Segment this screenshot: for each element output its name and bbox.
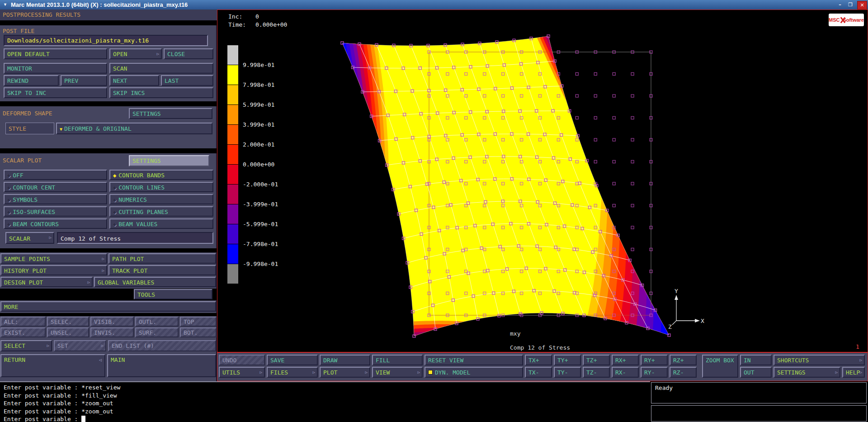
radio-off[interactable]: ◆OFF <box>4 170 107 180</box>
open-button[interactable]: OPEN <box>109 48 162 59</box>
graphics-viewport[interactable]: YXZ Inc: 0 Time: 0.000e+00 MSCSoftware 9… <box>217 9 868 352</box>
zoom-box-button[interactable]: ZOOM BOX <box>702 355 738 378</box>
rewind-button[interactable]: REWIND <box>4 75 59 86</box>
style-dropdown[interactable]: ▼DEFORMED & ORIGINAL <box>56 123 212 134</box>
path-plot-button[interactable]: PATH PLOT <box>108 253 216 264</box>
maximize-button[interactable]: ❐ <box>846 1 855 9</box>
save-button[interactable]: SAVE <box>267 355 318 365</box>
scan-button[interactable]: SCAN <box>109 63 213 74</box>
logo-software-text: Software <box>843 17 864 23</box>
window-menu-icon[interactable]: ▼ <box>3 0 7 9</box>
draw-button[interactable]: DRAW <box>320 355 370 365</box>
legend-swatch <box>227 125 238 144</box>
close-button[interactable]: ✕ <box>857 1 867 9</box>
separator <box>0 313 217 316</box>
skip-incs-button[interactable]: SKIP INCS <box>109 87 213 98</box>
motion-rx-minusplus[interactable]: RX+ <box>612 355 639 365</box>
axis-label-y: Y <box>675 288 678 294</box>
motion-tz-minusplus[interactable]: TZ+ <box>583 355 610 365</box>
motion-rz-minusplus[interactable]: RZ+ <box>670 355 697 365</box>
legend-value: -2.000e-01 <box>243 181 292 188</box>
radio-beam-values[interactable]: ◆BEAM VALUES <box>109 218 213 229</box>
radio-cutting-planes[interactable]: ◆CUTTING PLANES <box>109 206 213 217</box>
radio-beam-contours[interactable]: ◆BEAM CONTOURS <box>4 218 107 229</box>
radio-contour-bands[interactable]: ◆CONTOUR BANDS <box>109 170 213 180</box>
filter-surf: SURF. <box>135 327 179 337</box>
last-button[interactable]: LAST <box>161 75 213 86</box>
help-button[interactable]: HELP <box>842 367 865 378</box>
filter-all: ALL: <box>0 317 46 327</box>
sample-points-button[interactable]: SAMPLE POINTS <box>0 253 107 264</box>
post-file-path-field[interactable]: Downloads/sollecitazioni_piastra_mxy.t16 <box>4 35 208 46</box>
radio-contour-cent[interactable]: ◆CONTOUR CENT <box>4 182 107 192</box>
status-box-secondary <box>651 405 867 422</box>
legend-swatch <box>227 224 238 244</box>
legend-value: 7.998e-01 <box>243 81 292 88</box>
zoom-out-button[interactable]: OUT <box>740 367 772 378</box>
return-button[interactable]: RETURN <box>0 354 105 377</box>
prev-button[interactable]: PREV <box>61 75 107 86</box>
utils-button[interactable]: UTILS <box>219 367 265 378</box>
deformed-shape-settings-button[interactable]: SETTINGS <box>129 108 212 119</box>
skip-to-inc-button[interactable]: SKIP TO INC <box>4 87 107 98</box>
plot-button[interactable]: PLOT <box>320 367 370 378</box>
fill-button[interactable]: FILL <box>372 355 423 365</box>
motion-tx-minus[interactable]: TX- <box>525 367 552 378</box>
motion-rz-minus[interactable]: RZ- <box>670 367 697 378</box>
select-button[interactable]: SELECT <box>0 340 52 351</box>
title-bar[interactable]: ▼ Marc Mentat 2013.1.0 (64bit) (X) : sol… <box>0 0 868 9</box>
radio-contour-lines[interactable]: ◆CONTOUR LINES <box>109 182 213 192</box>
radio-iso-surfaces[interactable]: ◆ISO-SURFACES <box>4 206 107 217</box>
dyn-model-toggle[interactable]: DYN. MODEL <box>425 367 523 378</box>
history-plot-button[interactable]: HISTORY PLOT <box>0 265 107 275</box>
close-file-button[interactable]: CLOSE <box>164 48 213 59</box>
next-button[interactable]: NEXT <box>109 75 159 86</box>
motion-rx-minus[interactable]: RX- <box>612 367 639 378</box>
motion-ry-minusplus[interactable]: RY+ <box>641 355 668 365</box>
reset-view-button[interactable]: RESET VIEW <box>425 355 523 365</box>
style-button[interactable]: STYLE <box>5 123 54 134</box>
more-button[interactable]: MORE <box>0 301 216 312</box>
command-console[interactable]: Enter post variable : *reset_viewEnter p… <box>0 381 650 422</box>
filter-outl: OUTL. <box>135 317 179 327</box>
postprocessing-panel: POSTPROCESSING RESULTS POST FILE Downloa… <box>0 9 217 381</box>
filter-bot: BOT. <box>180 327 217 337</box>
radio-numerics[interactable]: ◆NUMERICS <box>109 194 213 204</box>
minimize-button[interactable]: – <box>835 1 844 9</box>
deformed-shape-label: DEFORMED SHAPE <box>3 110 52 117</box>
settings-button[interactable]: SETTINGS <box>774 367 840 378</box>
view-button[interactable]: VIEW <box>372 367 423 378</box>
logo-msc-text: MSC <box>829 17 840 23</box>
legend-value: -5.999e-01 <box>243 221 292 228</box>
legend-swatch <box>227 85 238 104</box>
files-button[interactable]: FILES <box>267 367 318 378</box>
motion-tz-minus[interactable]: TZ- <box>583 367 610 378</box>
scalar-value-field[interactable]: Comp 12 of Stress <box>57 232 213 244</box>
motion-ry-minus[interactable]: RY- <box>641 367 668 378</box>
motion-ty-minusplus[interactable]: TY+ <box>554 355 581 365</box>
main-button[interactable]: MAIN <box>107 354 216 377</box>
motion-tx-minusplus[interactable]: TX+ <box>525 355 552 365</box>
global-variables-button[interactable]: GLOBAL VARIABLES <box>94 277 216 287</box>
legend-swatch <box>227 185 238 204</box>
scalar-plot-settings-button[interactable]: SETTINGS <box>129 155 209 166</box>
diamond-icon: ◆ <box>113 221 116 228</box>
tools-button[interactable]: TOOLS <box>134 289 212 299</box>
legend-swatch <box>227 105 238 124</box>
motion-ty-minus[interactable]: TY- <box>554 367 581 378</box>
text-cursor <box>81 416 85 422</box>
monitor-button[interactable]: MONITOR <box>4 63 107 74</box>
design-plot-button[interactable]: DESIGN PLOT <box>0 277 93 287</box>
track-plot-button[interactable]: TRACK PLOT <box>108 265 216 275</box>
filter-visib: VISIB. <box>90 317 134 327</box>
legend-swatch <box>227 65 238 85</box>
diamond-selected-icon: ◆ <box>113 172 116 179</box>
radio-symbols[interactable]: ◆SYMBOLS <box>4 194 107 204</box>
shortcuts-button[interactable]: SHORTCUTS <box>774 355 865 365</box>
console-prompt[interactable]: Enter post variable : <box>4 415 650 422</box>
zoom-in-button[interactable]: IN <box>740 355 772 365</box>
legend-swatch <box>227 244 238 264</box>
legend-swatch <box>227 204 238 224</box>
open-default-button[interactable]: OPEN DEFAULT <box>4 48 107 59</box>
scalar-button[interactable]: SCALAR <box>5 232 54 244</box>
